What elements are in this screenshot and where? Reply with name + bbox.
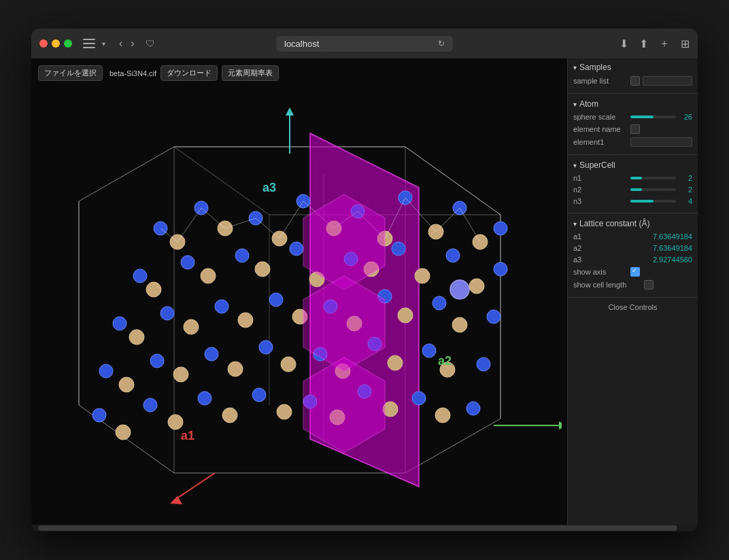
svg-point-34 — [99, 364, 113, 378]
forward-button[interactable]: › — [128, 36, 137, 51]
a1-lattice-label: a1 — [573, 232, 628, 241]
n3-slider-container: 4 — [630, 197, 692, 205]
samples-section: Samples sample list — [568, 58, 698, 92]
a2-lattice-label: a2 — [573, 244, 628, 252]
svg-point-65 — [184, 319, 199, 334]
back-button[interactable]: ‹ — [116, 36, 125, 51]
svg-point-72 — [173, 367, 188, 382]
n2-track[interactable] — [630, 188, 676, 191]
element-name-checkbox[interactable] — [630, 124, 640, 134]
svg-point-42 — [92, 408, 106, 422]
sample-list-input[interactable] — [643, 76, 692, 86]
main-window: ▾ ‹ › 🛡 localhost ↻ ⬇ ⬆ ＋ ⊞ ファイルを選択 beta — [31, 29, 698, 531]
svg-point-44 — [198, 391, 211, 405]
svg-point-49 — [467, 402, 480, 415]
svg-point-80 — [222, 408, 237, 423]
svg-point-76 — [388, 355, 403, 370]
svg-point-33 — [487, 310, 501, 323]
minimize-button[interactable] — [52, 39, 60, 48]
svg-point-43 — [143, 398, 157, 412]
url-bar[interactable]: localhost ↻ — [276, 36, 453, 52]
download-icon[interactable]: ⬇ — [620, 37, 628, 50]
svg-point-73 — [228, 362, 243, 377]
n3-label: n3 — [573, 197, 628, 205]
svg-line-90 — [279, 201, 303, 239]
n2-fill — [630, 188, 642, 191]
grid-icon[interactable]: ⊞ — [681, 37, 690, 50]
sidebar-toggle-arrow[interactable]: ▾ — [102, 40, 105, 48]
element1-input[interactable] — [630, 137, 692, 147]
a1-label: a1 — [181, 429, 194, 443]
svg-line-96 — [436, 208, 460, 232]
sidebar-toggle[interactable] — [83, 39, 95, 48]
svg-point-57 — [146, 282, 161, 297]
url-text: localhost — [284, 39, 319, 49]
show-cell-length-checkbox[interactable] — [644, 280, 654, 290]
n1-value: 2 — [679, 174, 692, 182]
a2-lattice-row: a2 7.63649184 — [573, 244, 692, 252]
maximize-button[interactable] — [64, 39, 72, 48]
crystal-visualization — [52, 86, 562, 507]
show-cell-length-row: show cell length — [573, 280, 692, 290]
svg-point-58 — [201, 268, 216, 283]
svg-point-32 — [433, 296, 446, 310]
show-axis-label: show axis — [573, 268, 628, 276]
download-button[interactable]: ダウンロード — [160, 65, 218, 81]
n3-value: 4 — [679, 197, 692, 205]
file-name-label: beta-Si3N4.cif — [109, 69, 156, 77]
periodic-table-button[interactable]: 元素周期率表 — [222, 65, 279, 81]
samples-header: Samples — [573, 63, 692, 72]
a3-lattice-row: a3 2.92744560 — [573, 256, 692, 264]
n3-track[interactable] — [630, 200, 676, 203]
sphere-scale-value: 26 — [679, 113, 692, 121]
show-cell-length-label: show cell length — [573, 281, 641, 289]
svg-point-45 — [252, 388, 266, 402]
n2-slider-container: 2 — [630, 186, 692, 194]
n1-label: n1 — [573, 174, 628, 182]
n1-track[interactable] — [630, 177, 676, 179]
close-button[interactable] — [39, 39, 48, 48]
n2-value: 2 — [679, 186, 692, 194]
n3-fill — [630, 200, 654, 203]
viewport-toolbar: ファイルを選択 beta-Si3N4.cif ダウンロード 元素周期率表 — [38, 65, 279, 81]
file-select-button[interactable]: ファイルを選択 — [38, 65, 103, 81]
n3-row: n3 4 — [573, 197, 692, 205]
svg-point-21 — [290, 242, 303, 256]
show-axis-checkbox[interactable] — [630, 267, 640, 277]
svg-point-18 — [133, 269, 147, 283]
svg-line-86 — [177, 208, 201, 242]
share-icon[interactable]: ⬆ — [639, 37, 648, 50]
scrollbar-thumb[interactable] — [38, 525, 677, 531]
svg-point-64 — [129, 330, 144, 345]
n1-row: n1 2 — [573, 174, 692, 182]
svg-point-107 — [450, 280, 469, 299]
svg-marker-106 — [170, 496, 182, 504]
svg-point-25 — [494, 262, 507, 276]
atom-section: Atom sphere scale 26 element name el — [568, 95, 698, 153]
viewport: ファイルを選択 beta-Si3N4.cif ダウンロード 元素周期率表 — [31, 58, 567, 525]
a1-lattice-row: a1 7.63649184 — [573, 232, 692, 241]
a2-lattice-value: 7.63649184 — [630, 244, 692, 252]
a1-lattice-value: 7.63649184 — [630, 232, 692, 241]
sphere-scale-label: sphere scale — [573, 113, 628, 121]
titlebar: ▾ ‹ › 🛡 localhost ↻ ⬇ ⬆ ＋ ⊞ — [31, 29, 698, 58]
sample-list-label: sample list — [573, 77, 628, 85]
svg-point-28 — [215, 300, 228, 313]
a2-label: a2 — [438, 354, 452, 368]
n2-label: n2 — [573, 186, 628, 194]
add-icon[interactable]: ＋ — [659, 37, 670, 51]
svg-line-87 — [201, 208, 225, 228]
svg-point-71 — [119, 377, 134, 392]
svg-point-70 — [452, 317, 467, 332]
svg-point-36 — [205, 347, 218, 361]
reload-button[interactable]: ↻ — [438, 39, 445, 48]
svg-point-79 — [168, 415, 183, 430]
sphere-scale-track[interactable] — [630, 116, 676, 118]
svg-point-81 — [277, 404, 292, 419]
svg-point-24 — [446, 249, 460, 262]
svg-point-17 — [494, 222, 507, 235]
close-controls-button[interactable]: Close Controls — [568, 299, 698, 315]
atom-header: Atom — [573, 99, 692, 109]
sample-list-row: sample list — [573, 76, 692, 86]
sample-list-checkbox[interactable] — [630, 76, 640, 86]
